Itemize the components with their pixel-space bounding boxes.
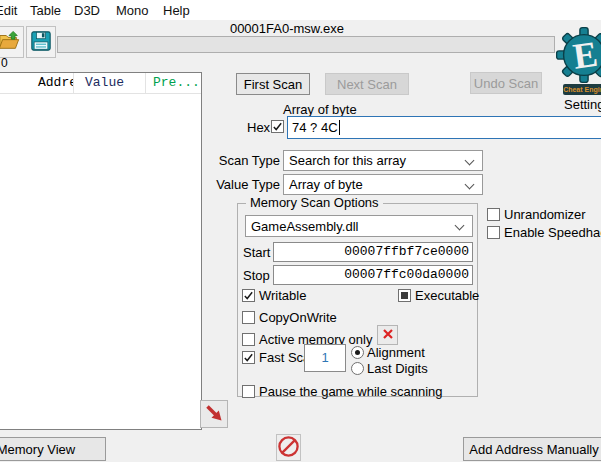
value-type-selected: Array of byte — [284, 177, 466, 192]
scan-type-selected: Search for this array — [284, 153, 466, 168]
memory-view-button[interactable]: Memory View — [0, 437, 106, 461]
column-header-address[interactable]: Address — [0, 73, 74, 93]
fast-scan-alignment-input[interactable]: 1 — [304, 344, 346, 372]
value-group-label: Array of byte — [283, 102, 357, 117]
enable-speedhack-checkbox[interactable] — [487, 226, 500, 239]
pause-game-checkbox[interactable] — [242, 385, 255, 398]
red-arrow-down-right-icon — [204, 403, 224, 426]
results-header: Address Value Pre... — [0, 73, 201, 94]
scan-type-label: Scan Type — [180, 153, 280, 168]
clear-region-button[interactable] — [377, 325, 398, 345]
fast-scan-checkbox[interactable] — [242, 351, 255, 364]
last-digits-radio[interactable] — [351, 362, 364, 375]
unrandomizer-checkbox[interactable] — [487, 208, 500, 221]
hex-checkbox[interactable] — [271, 120, 284, 133]
start-address-input[interactable]: 00007ffbf7ce0000 — [273, 242, 473, 262]
scan-region-dropdown[interactable]: GameAssembly.dll — [245, 215, 473, 237]
radio-dot — [355, 350, 360, 355]
value-type-dropdown[interactable]: Array of byte — [283, 174, 483, 195]
writable-checkbox[interactable] — [242, 289, 255, 302]
open-table-button[interactable] — [0, 26, 24, 58]
cheat-engine-window: Edit Table D3D Mono Help 00001 — [0, 0, 601, 462]
undo-scan-button: Undo Scan — [470, 72, 542, 94]
menu-mono[interactable]: Mono — [116, 2, 149, 19]
logo-badge: Cheat Engine — [563, 84, 601, 95]
menu-help[interactable]: Help — [163, 2, 190, 19]
scan-value-input[interactable]: 74 ? 4C — [287, 116, 601, 139]
memory-scan-options-legend: Memory Scan Options — [246, 196, 383, 210]
folder-open-icon — [0, 30, 20, 55]
copyonwrite-label: CopyOnWrite — [259, 310, 337, 325]
enable-speedhack-label: Enable Speedhack — [504, 225, 601, 240]
memory-scan-options-group: Memory Scan Options GameAssembly.dll Sta… — [237, 203, 478, 397]
column-header-value[interactable]: Value — [74, 73, 146, 93]
menu-table[interactable]: Table — [30, 2, 61, 19]
executable-label: Executable — [415, 288, 479, 303]
first-scan-button[interactable]: First Scan — [236, 73, 310, 95]
save-table-button[interactable] — [26, 26, 56, 58]
alignment-label: Alignment — [367, 345, 425, 360]
save-icon — [30, 30, 52, 55]
cancel-scan-button[interactable] — [276, 434, 301, 461]
settings-link[interactable]: Settings — [564, 97, 601, 112]
hex-label: Hex — [247, 120, 270, 135]
add-address-manually-button[interactable]: Add Address Manually — [463, 437, 601, 461]
chevron-down-icon — [466, 181, 474, 189]
start-label: Start — [243, 245, 270, 260]
found-count: 0 — [1, 56, 8, 70]
scan-type-dropdown[interactable]: Search for this array — [283, 150, 483, 171]
menu-d3d[interactable]: D3D — [74, 2, 100, 19]
menu-edit[interactable]: Edit — [0, 2, 17, 19]
scan-value-text: 74 ? 4C — [292, 120, 338, 135]
active-memory-checkbox[interactable] — [242, 333, 255, 346]
red-x-icon — [382, 328, 394, 343]
stop-label: Stop — [243, 268, 270, 283]
menu-bar: Edit Table D3D Mono Help — [0, 0, 601, 20]
scan-progress-bar — [57, 36, 555, 53]
chevron-down-icon — [466, 157, 474, 165]
writable-label: Writable — [259, 288, 306, 303]
process-name: 00001FA0-msw.exe — [187, 21, 387, 36]
no-entry-icon — [277, 435, 300, 461]
next-scan-button: Next Scan — [325, 73, 409, 95]
column-header-previous[interactable]: Pre... — [146, 73, 201, 93]
indeterminate-mark — [401, 292, 408, 299]
copy-to-address-list-button[interactable] — [200, 400, 228, 428]
cheat-engine-logo[interactable]: E — [556, 26, 601, 84]
value-type-label: Value Type — [180, 177, 280, 192]
unrandomizer-label: Unrandomizer — [504, 207, 586, 222]
chevron-down-icon — [456, 222, 464, 230]
scan-region-selected: GameAssembly.dll — [246, 219, 456, 234]
executable-checkbox[interactable] — [398, 289, 411, 302]
pause-game-label: Pause the game while scanning — [259, 384, 443, 399]
text-caret — [339, 120, 340, 135]
last-digits-label: Last Digits — [367, 361, 428, 376]
scan-results-list[interactable]: Address Value Pre... — [0, 72, 202, 430]
stop-address-input[interactable]: 00007ffc00da0000 — [273, 265, 473, 285]
copyonwrite-checkbox[interactable] — [242, 311, 255, 324]
alignment-radio[interactable] — [351, 346, 364, 359]
